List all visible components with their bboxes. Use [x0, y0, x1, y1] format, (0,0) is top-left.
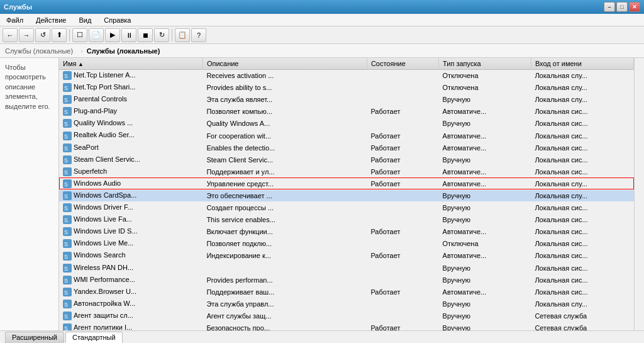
- cell-logon: Локальная сис...: [531, 274, 633, 286]
- table-row[interactable]: S Windows CardSpa... Это обеспечивает ..…: [59, 189, 634, 201]
- cell-logon: Локальная сис...: [531, 130, 633, 142]
- table-row[interactable]: S Superfetch Поддерживает и ул... Работа…: [59, 166, 634, 177]
- table-wrapper[interactable]: Имя Описание Состояние Тип запуска Вход …: [59, 58, 634, 330]
- minimize-button[interactable]: –: [604, 2, 615, 12]
- cell-type: Отключена: [439, 82, 531, 94]
- properties-button[interactable]: 📋: [175, 28, 190, 42]
- cell-logon: Локальная слу...: [531, 94, 633, 106]
- table-row[interactable]: S Net.Tcp Port Shari... Provides ability…: [59, 82, 634, 94]
- pause-service-button[interactable]: ⏸: [121, 28, 136, 42]
- column-desc[interactable]: Описание: [203, 58, 367, 70]
- table-row[interactable]: S Wireless PAN DH... Вручную Локальная с…: [59, 262, 634, 274]
- cell-logon: Локальная слу...: [531, 298, 633, 310]
- menu-action[interactable]: Действие: [32, 15, 70, 25]
- cell-type: Вручную: [439, 154, 531, 166]
- cell-logon: Локальная слу...: [531, 189, 633, 201]
- start-service-button[interactable]: ▶: [105, 28, 120, 42]
- cell-type: Автоматиче...: [439, 106, 531, 118]
- svg-text:S: S: [64, 73, 68, 79]
- menu-view[interactable]: Вид: [75, 15, 95, 25]
- cell-desc: Безопасность про...: [203, 322, 367, 330]
- menu-file[interactable]: Файл: [3, 15, 27, 25]
- cell-desc: Receives activation ...: [203, 70, 367, 82]
- content-wrapper: Имя Описание Состояние Тип запуска Вход …: [59, 58, 644, 330]
- table-row[interactable]: S Windows Live ID S... Включает функции.…: [59, 226, 634, 238]
- cell-logon: Локальная сис...: [531, 202, 633, 214]
- help-button[interactable]: ?: [191, 28, 206, 42]
- left-pane: Чтобы просмотреть описание элемента, выд…: [0, 58, 59, 330]
- table-row[interactable]: S Windows Audio Управление средст... Раб…: [59, 177, 634, 189]
- cell-desc: Агент службы защ...: [203, 310, 367, 322]
- back-button[interactable]: ←: [3, 28, 18, 42]
- table-row[interactable]: S Агент политики I... Безопасность про..…: [59, 322, 634, 330]
- cell-name: S Windows Audio: [59, 177, 203, 189]
- table-row[interactable]: S Windows Search Индексирование к... Раб…: [59, 250, 634, 262]
- cell-logon: Локальная сис...: [531, 118, 633, 130]
- cell-type: Автоматиче...: [439, 177, 531, 189]
- toolbar-separator: [69, 29, 70, 42]
- maximize-button[interactable]: □: [616, 2, 628, 12]
- table-row[interactable]: S Автонастройка W... Эта служба управл..…: [59, 298, 634, 310]
- export-list-button[interactable]: 📄: [89, 28, 104, 42]
- table-row[interactable]: S Plug-and-Play Позволяет компью... Рабо…: [59, 106, 634, 118]
- table-row[interactable]: S Yandex.Browser U... Поддерживает ваш..…: [59, 286, 634, 298]
- cell-desc: For cooperation wit...: [203, 130, 367, 142]
- forward-button[interactable]: →: [19, 28, 34, 42]
- table-row[interactable]: S Parental Controls Эта служба являет...…: [59, 94, 634, 106]
- cell-desc: This service enables...: [203, 214, 367, 226]
- table-row[interactable]: S Quality Windows ... Quality Windows A.…: [59, 118, 634, 130]
- column-status[interactable]: Состояние: [367, 58, 438, 70]
- address-value: Службы (локальные): [87, 47, 160, 55]
- cell-name: S SeaPort: [59, 142, 203, 154]
- restart-service-button[interactable]: ↻: [154, 28, 169, 42]
- column-logon[interactable]: Вход от имени: [531, 58, 633, 70]
- table-row[interactable]: S Windows Live Fa... This service enable…: [59, 214, 634, 226]
- cell-status: Работает: [367, 177, 438, 189]
- table-row[interactable]: S Net.Tcp Listener A... Receives activat…: [59, 70, 634, 82]
- table-row[interactable]: S WMI Performance... Provides performan.…: [59, 274, 634, 286]
- column-name[interactable]: Имя: [59, 58, 203, 70]
- table-row[interactable]: S Windows Live Me... Позволяет подклю...…: [59, 238, 634, 250]
- cell-name: S Net.Tcp Port Shari...: [59, 82, 203, 94]
- tab-standard[interactable]: Стандартный: [65, 332, 123, 343]
- cell-type: Автоматиче...: [439, 286, 531, 298]
- cell-desc: Позволяет компью...: [203, 106, 367, 118]
- table-header-row: Имя Описание Состояние Тип запуска Вход …: [59, 58, 634, 70]
- svg-text:S: S: [64, 278, 68, 284]
- table-row[interactable]: S Агент защиты сл... Агент службы защ...…: [59, 310, 634, 322]
- left-pane-description: Чтобы просмотреть описание элемента, выд…: [5, 64, 50, 110]
- cell-desc: Provides ability to s...: [203, 82, 367, 94]
- up-button[interactable]: ⬆: [52, 28, 67, 42]
- table-row[interactable]: S SeaPort Enables the detectio... Работа…: [59, 142, 634, 154]
- cell-logon: Локальная слу...: [531, 177, 633, 189]
- menu-help[interactable]: Справка: [100, 15, 135, 25]
- cell-name: S Parental Controls: [59, 94, 203, 106]
- cell-desc: Quality Windows A...: [203, 118, 367, 130]
- window-title: Службы: [4, 3, 32, 11]
- svg-text:S: S: [64, 229, 68, 235]
- cell-status: [367, 70, 438, 82]
- cell-desc: Позволяет подклю...: [203, 238, 367, 250]
- cell-name: S Windows CardSpa...: [59, 189, 203, 201]
- stop-service-button[interactable]: ⏹: [138, 28, 153, 42]
- tab-extended[interactable]: Расширенный: [5, 332, 64, 343]
- services-table: Имя Описание Состояние Тип запуска Вход …: [59, 58, 634, 330]
- table-row[interactable]: S Steam Client Servic... Steam Client Se…: [59, 154, 634, 166]
- refresh-button[interactable]: ↺: [35, 28, 50, 42]
- cell-type: Вручную: [439, 118, 531, 130]
- close-button[interactable]: ✕: [629, 2, 640, 12]
- table-row[interactable]: S Windows Driver F... Создает процессы .…: [59, 202, 634, 214]
- cell-type: Вручную: [439, 262, 531, 274]
- vertical-scrollbar[interactable]: [634, 58, 644, 330]
- table-body: S Net.Tcp Listener A... Receives activat…: [59, 70, 634, 331]
- show-hide-button[interactable]: ☐: [72, 28, 87, 42]
- menu-bar: Файл Действие Вид Справка: [0, 14, 644, 26]
- cell-status: Работает: [367, 142, 438, 154]
- cell-name: S Windows Live Fa...: [59, 214, 203, 226]
- column-type[interactable]: Тип запуска: [439, 58, 531, 70]
- main-area: Чтобы просмотреть описание элемента, выд…: [0, 58, 644, 330]
- table-row[interactable]: S Realtek Audio Ser... For cooperation w…: [59, 130, 634, 142]
- cell-name: S Windows Live Me...: [59, 238, 203, 250]
- cell-name: S Wireless PAN DH...: [59, 262, 203, 274]
- cell-name: S WMI Performance...: [59, 274, 203, 286]
